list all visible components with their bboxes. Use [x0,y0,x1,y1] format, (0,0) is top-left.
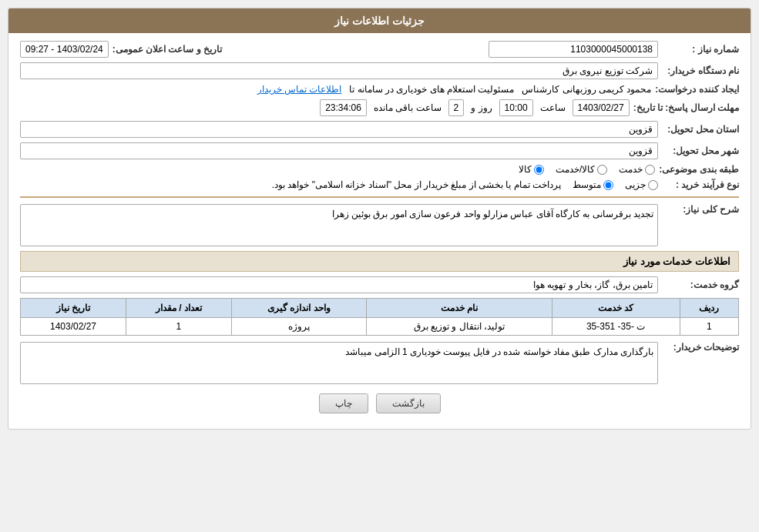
buyer-org-input[interactable] [20,62,658,79]
description-textarea[interactable] [20,204,658,246]
back-button[interactable]: بازگشت [376,393,441,413]
process-radio-group: جزیی متوسط پرداخت تمام یا بخشی از مبلغ خ… [272,179,658,190]
print-button[interactable]: چاپ [319,393,368,413]
response-date-value: 1403/02/27 [573,99,630,116]
page-title: جزئیات اطلاعات نیاز [8,8,751,33]
creator-contact-link[interactable]: اطلاعات تماس خریدار [257,84,342,95]
col-date: تاریخ نیاز [21,299,126,318]
time-label: ساعت [540,102,566,113]
announce-date-label: تاریخ و ساعت اعلان عمومی: [113,44,222,55]
category-service[interactable]: خدمت [619,164,655,175]
response-days: 2 [448,99,465,116]
response-time-value: 10:00 [499,99,533,116]
city-input[interactable] [20,142,658,159]
announce-date-value: 1403/02/24 - 09:27 [20,41,109,58]
buyer-notes-textarea[interactable] [20,342,658,384]
services-table: ردیف کد خدمت نام خدمت واحد اندازه گیری ت… [20,298,739,336]
city-label: شهر محل تحویل: [662,146,739,156]
days-label: روز و [471,102,492,113]
col-row: ردیف [680,299,738,318]
category-radio-group: خدمت کالا/خدمت کالا [519,164,655,175]
services-section-title: اطلاعات خدمات مورد نیاز [20,251,739,272]
process-medium[interactable]: متوسط [573,179,613,190]
buyer-notes-label: توضیحات خریدار: [662,342,739,353]
creator-role: مسئولیت استعلام های خودیاری در سامانه تا [349,84,514,95]
table-row: 1ت -35- 351-35تولید، انتقال و توزیع برقپ… [21,318,739,336]
description-label: شرح کلی نیاز: [662,204,739,215]
col-unit: واحد اندازه گیری [231,299,366,318]
buyer-org-label: نام دستگاه خریدار: [662,65,739,76]
col-name: نام خدمت [367,299,552,318]
service-group-input[interactable] [20,276,658,293]
province-input[interactable] [20,121,658,138]
creator-label: ایجاد کننده درخواست: [655,84,739,95]
remaining-label: ساعت باقی مانده [374,102,442,113]
category-goods-service[interactable]: کالا/خدمت [556,164,607,175]
col-code: کد خدمت [552,299,680,318]
process-note: پرداخت تمام یا بخشی از مبلغ خریدار از مح… [272,179,561,190]
time-remaining: 23:34:06 [320,99,367,116]
province-label: استان محل تحویل: [662,124,739,135]
category-label: طبقه بندی موضوعی: [659,164,739,175]
process-partial[interactable]: جزیی [625,179,658,190]
process-label: نوع فرآیند خرید : [662,179,739,190]
service-group-label: گروه خدمت: [662,279,739,290]
button-row: بازگشت چاپ [20,393,739,421]
creator-name: محمود کریمی روزبهانی کارشناس [522,84,651,95]
need-number-label: شماره نیاز : [662,44,739,55]
need-number-input[interactable] [489,41,658,58]
category-goods[interactable]: کالا [519,164,544,175]
response-date-label: مهلت ارسال پاسخ: تا تاریخ: [633,102,739,113]
col-qty: تعداد / مقدار [126,299,231,318]
